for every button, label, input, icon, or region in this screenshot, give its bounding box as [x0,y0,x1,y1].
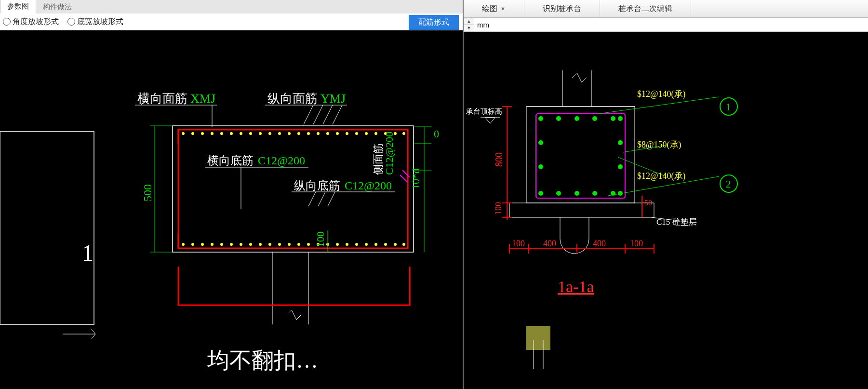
unit-row: ▲▼ mm [464,18,868,32]
radio-angle-label: 角度放坡形式 [13,17,59,27]
svg-point-36 [402,132,405,135]
svg-point-53 [336,243,339,246]
hxd-label[interactable]: 横向底筋 [207,154,254,167]
svg-point-16 [211,132,214,135]
ymj-label[interactable]: 纵向面筋 [267,92,318,106]
svg-point-25 [297,132,300,135]
svg-point-54 [346,243,348,246]
svg-point-45 [259,243,262,246]
svg-point-94 [592,191,597,196]
dim-b-100l[interactable]: 100 [512,239,525,248]
svg-line-68 [402,170,410,177]
svg-point-24 [288,132,291,135]
elev-note: 承台顶标高 [466,107,502,115]
svg-point-56 [365,243,368,246]
svg-line-6 [313,105,323,124]
svg-point-88 [592,116,597,121]
svg-line-66 [328,192,335,206]
c15-note: C15 砼垫层 [656,217,697,227]
svg-point-59 [394,243,397,246]
svg-point-60 [402,243,405,246]
right-toolbar: 绘图▼ 识别桩承台 桩承台二次编辑 [464,0,868,18]
unit-label: mm [477,21,489,29]
xmj-value[interactable]: XMJ [190,92,215,106]
svg-point-39 [201,243,204,246]
zxd-value[interactable]: C12@200 [345,179,392,192]
hxd-value[interactable]: C12@200 [258,154,305,167]
svg-point-27 [317,132,320,135]
svg-rect-120 [526,326,550,350]
rebar-spec-1[interactable]: $12@140(承) [637,89,686,99]
rebar-spec-3[interactable]: $12@140(承) [637,171,686,181]
dim-b-400a[interactable]: 400 [543,239,556,248]
svg-point-41 [220,243,223,246]
draw-button[interactable]: 绘图▼ [464,0,524,17]
spin-down-icon[interactable]: ▼ [464,25,474,31]
svg-point-57 [374,243,377,246]
options-row: 角度放坡形式 底宽放坡形式 配筋形式 [0,13,463,30]
svg-point-42 [230,243,233,246]
section-1a-label: 1a-1a [558,278,594,295]
chevron-down-icon: ▼ [500,6,506,12]
svg-point-49 [297,243,300,246]
dim-100a[interactable]: 100 [494,202,503,215]
radio-width[interactable]: 底宽放坡形式 [67,17,123,27]
radio-width-label: 底宽放坡形式 [77,17,123,27]
svg-line-67 [400,175,407,182]
rebar-form-button[interactable]: 配筋形式 [409,15,459,30]
tab-method[interactable]: 构件做法 [36,0,79,13]
right-drawing-canvas[interactable]: 承台顶标高 $12@140(承) $8@150(承) $12@140(承) 1 … [464,32,868,389]
svg-point-30 [346,132,348,135]
zoom-spinner[interactable]: ▲▼ [464,18,474,31]
dim-0[interactable]: 0 [434,128,439,140]
dim-500[interactable]: 500 [141,184,154,201]
dim-b-400b[interactable]: 400 [593,239,606,248]
svg-point-43 [240,243,242,246]
svg-point-100 [618,164,623,169]
svg-point-40 [211,243,214,246]
svg-point-91 [538,191,543,196]
zxd-label[interactable]: 纵向底筋 [294,179,340,192]
svg-point-87 [574,116,579,121]
spin-up-icon[interactable]: ▲ [464,18,474,25]
cmj-label[interactable]: 侧面筋 [372,143,384,175]
svg-point-55 [355,243,358,246]
bottom-note: 均不翻扣… [207,348,318,373]
left-tabbar: 参数图 构件做法 [0,0,463,13]
svg-point-50 [307,243,310,246]
section-1-label: 1 [82,240,93,266]
svg-point-38 [191,243,194,246]
dim-b-100r[interactable]: 100 [630,239,643,248]
svg-point-44 [249,243,252,246]
dim-50[interactable]: 50 [644,199,652,207]
xmj-label[interactable]: 横向面筋 [137,92,187,106]
tab-param[interactable]: 参数图 [0,0,36,13]
radio-angle[interactable]: 角度放坡形式 [3,17,59,27]
ymj-value[interactable]: YMJ [320,92,346,106]
svg-point-99 [618,140,623,145]
svg-point-13 [182,132,185,135]
detect-button[interactable]: 识别桩承台 [524,0,600,17]
rebar-spec-2[interactable]: $8@150(承) [637,140,681,150]
svg-line-102 [599,97,719,114]
svg-point-32 [365,132,368,135]
svg-point-86 [556,116,561,121]
left-drawing-canvas[interactable]: 1 横向面筋 XMJ 纵向面筋 YMJ [0,30,463,389]
svg-point-33 [374,132,377,135]
svg-point-15 [201,132,204,135]
svg-point-98 [538,164,543,169]
draw-button-label: 绘图 [482,4,497,14]
svg-point-90 [618,116,623,121]
svg-line-5 [304,105,313,124]
dim-100[interactable]: 100 [314,231,326,247]
dim-800[interactable]: 800 [494,152,504,167]
svg-rect-83 [509,203,654,217]
svg-point-89 [611,116,615,121]
cmj-value[interactable]: C12@200 [383,132,395,175]
svg-point-46 [268,243,271,246]
edit-button[interactable]: 桩承台二次编辑 [600,0,691,17]
svg-point-58 [384,243,387,246]
dim-10d[interactable]: 10*d [410,168,422,189]
svg-point-26 [307,132,310,135]
svg-point-37 [182,243,185,246]
